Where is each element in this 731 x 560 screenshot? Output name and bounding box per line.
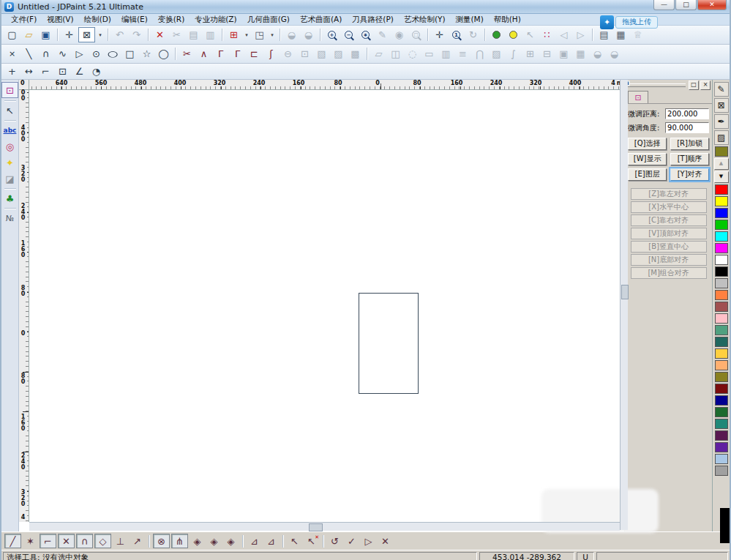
menu-item[interactable]: 刀具路径(P) <box>347 15 399 25</box>
curve-tool-icon[interactable]: ∿ <box>55 47 70 61</box>
restore-button[interactable]: □ <box>675 0 697 10</box>
color-swatch[interactable] <box>715 255 728 265</box>
fillet-icon[interactable]: Γ <box>213 47 228 61</box>
hide-view-icon[interactable]: ◉ <box>391 28 407 42</box>
measure-angle-icon[interactable]: ∠ <box>72 64 87 78</box>
mask-light-icon[interactable]: ◒ <box>284 28 299 42</box>
color-swatch[interactable] <box>715 208 728 218</box>
panel-button[interactable]: [T]顺序 <box>670 153 709 165</box>
menu-item[interactable]: 视图(V) <box>42 15 78 25</box>
star-tool-icon[interactable]: ☆ <box>139 47 154 61</box>
no-color-icon[interactable]: ⊠ <box>714 98 729 113</box>
ngon-tool-icon[interactable]: ◯ <box>156 47 171 61</box>
mask2-light-icon[interactable]: ◒ <box>590 47 605 61</box>
pattern-fill-icon[interactable]: ▨ <box>714 130 729 145</box>
array-dropdown-icon[interactable]: ▾ <box>243 28 250 42</box>
panel-button[interactable]: [Y]对齐 <box>670 168 709 181</box>
panel-button[interactable]: [Q]选择 <box>628 138 667 150</box>
align-button[interactable]: [N]底部对齐 <box>631 254 707 266</box>
view-3d-icon[interactable]: ◳ <box>252 28 267 42</box>
outline-icon[interactable]: ◌ <box>405 47 420 61</box>
upload-overlay[interactable]: ✦ 拖拽上传 <box>600 15 658 29</box>
measure-arc-icon[interactable]: ◔ <box>89 64 104 78</box>
title-bar[interactable]: D Untitled - JDPaint 5.21 Ultimate — □ ✕ <box>1 0 730 14</box>
menu-item[interactable]: 帮助(H) <box>489 15 526 25</box>
drawing-canvas[interactable] <box>29 90 620 522</box>
move-origin-icon[interactable]: ✛ <box>61 28 77 42</box>
color-swatch[interactable] <box>715 278 728 288</box>
panel-grip[interactable] <box>628 83 686 87</box>
chamfer-icon[interactable]: Γ <box>230 47 245 61</box>
color-swatch[interactable] <box>715 430 728 441</box>
upload-icon[interactable]: ✦ <box>600 15 614 29</box>
ellipse-tool-icon[interactable]: ○ <box>101 47 125 61</box>
snap-tangent-icon[interactable]: ↗ <box>130 534 145 548</box>
nudge-distance-input[interactable] <box>665 108 709 119</box>
grid-snap-c-icon[interactable]: ◈ <box>223 534 239 548</box>
refresh-icon[interactable]: ↻ <box>465 28 481 42</box>
color-swatch[interactable] <box>715 419 728 429</box>
ring-tool-icon[interactable]: ◎ <box>2 139 18 154</box>
align-button[interactable]: [M]组合对齐 <box>631 267 707 279</box>
undo-icon[interactable]: ↶ <box>112 28 127 42</box>
color-swatch[interactable] <box>715 266 728 277</box>
panel-button[interactable]: [W]显示 <box>628 153 667 165</box>
color-swatch[interactable] <box>715 196 728 206</box>
knife-tool-icon[interactable]: ◪ <box>2 171 18 186</box>
snap-intersection-icon[interactable]: ✕ <box>58 534 75 548</box>
drawn-rectangle[interactable] <box>359 293 419 394</box>
color-swatch[interactable] <box>715 384 728 394</box>
texture-icon[interactable]: ≡ <box>455 47 471 61</box>
selection-tab[interactable]: ⊡ <box>628 91 648 103</box>
measure-step-icon[interactable]: ⌐ <box>38 64 53 78</box>
layer-book-icon[interactable]: ▤ <box>596 28 612 42</box>
brush-color-icon[interactable]: ✒ <box>714 114 729 129</box>
align-button[interactable]: [C]靠右对齐 <box>631 214 707 226</box>
arch-icon[interactable]: ⋂ <box>472 47 487 61</box>
verify-icon[interactable]: ✓ <box>344 534 359 548</box>
step-run-icon[interactable]: ▷ <box>361 534 376 548</box>
node-edit-tool-icon[interactable]: ↖ <box>2 103 18 118</box>
color-swatch[interactable] <box>715 231 728 242</box>
pick-light-icon[interactable]: ↖ <box>522 28 538 42</box>
color-swatch[interactable] <box>715 372 728 382</box>
save-file-icon[interactable]: ▣ <box>38 28 53 42</box>
delete-icon[interactable]: ✕ <box>152 28 168 42</box>
scroll-up-button[interactable]: ▲ <box>714 158 729 170</box>
line-tool-icon[interactable]: ╲ <box>21 47 37 61</box>
open-file-icon[interactable]: ▱ <box>21 28 37 42</box>
align-button[interactable]: [Z]靠左对齐 <box>631 188 707 200</box>
crown-icon[interactable]: ♕ <box>630 28 645 42</box>
text-tool-icon[interactable]: abc <box>2 123 18 138</box>
new-file-icon[interactable]: ▢ <box>4 28 20 42</box>
measure-rect-icon[interactable]: ⊡ <box>55 64 70 78</box>
pen-color-icon[interactable]: ✎ <box>714 82 729 97</box>
group-icon[interactable]: ▧ <box>314 47 329 61</box>
panel-close-button[interactable]: × <box>700 81 711 90</box>
select-tool-icon[interactable]: ⊡ <box>1 82 18 98</box>
menu-item[interactable]: 测量(M) <box>451 15 489 25</box>
menu-item[interactable]: 几何曲面(G) <box>242 15 295 25</box>
vertical-scroll-thumb[interactable] <box>621 285 629 299</box>
snap-arc-icon[interactable]: ∩ <box>76 534 93 548</box>
grid-snap-a-icon[interactable]: ◈ <box>190 534 205 548</box>
color-swatch[interactable] <box>715 466 728 476</box>
pan-icon[interactable]: ✛ <box>432 28 447 42</box>
plane-a-icon[interactable]: ▭ <box>421 47 437 61</box>
weld-icon[interactable]: ▱ <box>371 47 386 61</box>
ungroup-icon[interactable]: ▨ <box>331 47 346 61</box>
color-swatch[interactable] <box>715 348 728 359</box>
menu-item[interactable]: 艺术曲面(A) <box>295 15 347 25</box>
close-button[interactable]: ✕ <box>697 0 727 10</box>
lathe-tool-icon[interactable]: ♣ <box>2 191 18 206</box>
color-swatch[interactable] <box>715 337 728 347</box>
polygon-tool-icon[interactable]: ▷ <box>72 47 87 61</box>
zoom-object-icon[interactable]: ∗ <box>358 28 373 42</box>
snap-center-icon[interactable]: ⊗ <box>153 534 170 548</box>
region-b-icon[interactable]: ⊟ <box>539 47 555 61</box>
plane-b-icon[interactable]: ▥ <box>438 47 454 61</box>
flat-ellipse-icon[interactable]: ⊖ <box>280 47 296 61</box>
next-icon[interactable]: ▷ <box>573 28 588 42</box>
menu-item[interactable]: 编辑(E) <box>116 15 153 25</box>
region-a-icon[interactable]: ⊞ <box>522 47 538 61</box>
